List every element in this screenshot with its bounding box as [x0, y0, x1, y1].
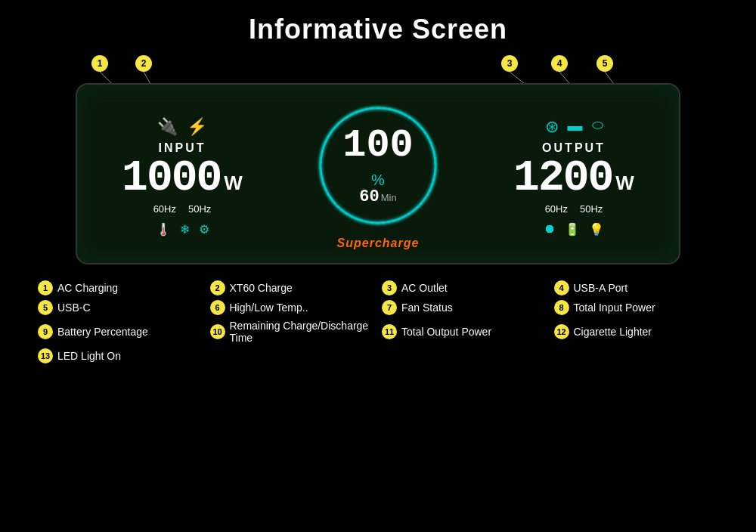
lcd-screen: 🔌 ⚡ INPUT 1000 W 60Hz 50Hz 🌡️ ❄ ⚙: [76, 83, 680, 264]
legend-text-4: USB-A Port: [574, 282, 628, 294]
legend-num-10: 10: [210, 324, 225, 339]
legend-text-11: Total Output Power: [401, 326, 491, 338]
legend-text-12: Cigarette Lighter: [574, 326, 652, 338]
usb-c-icon: ⬭: [592, 117, 603, 137]
page-title: Informative Screen: [0, 0, 756, 45]
legend-item-11: 11 Total Output Power: [382, 317, 547, 346]
legend-num-4: 4: [554, 280, 569, 295]
legend-item-3: 3 AC Outlet: [382, 278, 547, 298]
legend-text-2: XT60 Charge: [230, 282, 293, 294]
legend-item-9: 9 Battery Percentage: [38, 317, 203, 346]
legend-text-7: Fan Status: [401, 302, 453, 314]
legend-text-3: AC Outlet: [401, 282, 448, 294]
output-watts: 1200: [513, 156, 612, 200]
legend-num-12: 12: [554, 324, 569, 339]
led-icon: 💡: [589, 222, 604, 237]
xt60-icon: ⚡: [187, 117, 207, 137]
legend-num-2: 2: [210, 280, 225, 295]
svg-text:4: 4: [557, 58, 562, 69]
fan-icon: ❄: [180, 222, 190, 237]
legend-item-1: 1 AC Charging: [38, 278, 203, 298]
ac-charging-icon: 🔌: [157, 117, 178, 137]
svg-point-6: [501, 55, 518, 72]
svg-point-12: [596, 55, 613, 72]
screen-wrapper: 1 2 3 4 5 6 7 8 9: [45, 53, 711, 272]
total-input-power-icon: ⚙: [199, 222, 209, 237]
output-hz1: 60Hz: [545, 203, 568, 215]
gauge-min-label: Min: [381, 192, 397, 203]
output-unit: W: [615, 172, 634, 195]
legend-text-6: High/Low Temp..: [230, 302, 308, 314]
legend-num-9: 9: [38, 324, 53, 339]
legend-text-5: USB-C: [57, 302, 91, 314]
output-hz2: 50Hz: [580, 203, 603, 215]
legend-item-7: 7 Fan Status: [382, 298, 547, 317]
legend-text-13: LED Light On: [57, 350, 121, 362]
svg-point-3: [135, 55, 152, 72]
legend-text-9: Battery Percentage: [57, 326, 148, 338]
cigarette-lighter-icon: 🔋: [565, 222, 580, 237]
legend-section: 1 AC Charging 2 XT60 Charge 3 AC Outlet …: [19, 278, 737, 366]
legend-text-8: Total Input Power: [574, 302, 655, 314]
input-unit: W: [224, 172, 243, 195]
input-watts: 1000: [122, 156, 221, 200]
input-hz2: 50Hz: [188, 203, 211, 215]
input-hz1: 60Hz: [153, 203, 176, 215]
svg-point-9: [551, 55, 568, 72]
gauge-percent-sign: %: [371, 172, 385, 189]
legend-item-4: 4 USB-A Port: [554, 278, 719, 298]
gauge-section: 100% 60Min Supercharge: [287, 85, 469, 263]
supercharge-label: Supercharge: [337, 237, 420, 250]
legend-num-5: 5: [38, 300, 53, 315]
legend-num-1: 1: [38, 280, 53, 295]
gauge-min: 60: [359, 187, 379, 206]
ac-outlet-icon: ⊛: [545, 117, 559, 137]
legend-num-6: 6: [210, 300, 225, 315]
legend-item-2: 2 XT60 Charge: [210, 278, 375, 298]
legend-num-3: 3: [382, 280, 397, 295]
output-section: ⊛ ▬ ⬭ OUTPUT 1200 W 60Hz 50Hz ⏺ 🔋 💡: [469, 85, 679, 263]
gauge-percent: 100: [342, 123, 414, 168]
gauge-inner: 100% 60Min: [342, 126, 414, 206]
legend-item-empty: [210, 346, 375, 366]
legend-item-6: 6 High/Low Temp..: [210, 298, 375, 317]
legend-num-13: 13: [38, 348, 53, 363]
legend-text-1: AC Charging: [57, 282, 118, 294]
svg-text:5: 5: [603, 58, 608, 69]
legend-item-13: 13 LED Light On: [38, 346, 203, 366]
total-output-power-icon: ⏺: [544, 222, 556, 237]
usb-a-icon: ▬: [568, 117, 583, 137]
svg-text:2: 2: [141, 58, 147, 69]
legend-item-empty2: [382, 346, 547, 366]
legend-item-12: 12 Cigarette Lighter: [554, 317, 719, 346]
legend-num-8: 8: [554, 300, 569, 315]
svg-point-0: [91, 55, 108, 72]
legend-text-10: Remaining Charge/Discharge Time: [230, 320, 375, 344]
legend-item-10: 10 Remaining Charge/Discharge Time: [210, 317, 375, 346]
legend-num-11: 11: [382, 324, 397, 339]
input-section: 🔌 ⚡ INPUT 1000 W 60Hz 50Hz 🌡️ ❄ ⚙: [77, 85, 287, 263]
temp-icon: 🌡️: [156, 222, 171, 237]
legend-item-8: 8 Total Input Power: [554, 298, 719, 317]
legend-item-5: 5 USB-C: [38, 298, 203, 317]
svg-text:1: 1: [98, 58, 103, 69]
legend-num-7: 7: [382, 300, 397, 315]
svg-text:3: 3: [507, 58, 513, 69]
legend-item-empty3: [554, 346, 719, 366]
